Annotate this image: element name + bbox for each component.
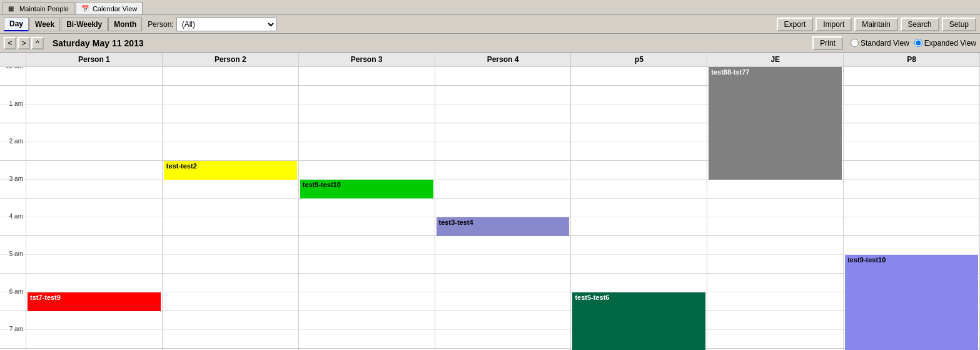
calendar-cell	[571, 217, 707, 236]
calendar-cell	[163, 142, 298, 161]
calendar-cell	[435, 161, 571, 180]
calendar-cell	[26, 217, 162, 236]
calendar-cell	[26, 142, 162, 161]
calendar-cell	[163, 67, 298, 86]
calendar-cell	[299, 255, 435, 274]
time-gutter-header	[0, 53, 26, 66]
time-slot: 3 am	[0, 180, 26, 198]
calendar-cell	[707, 236, 843, 255]
date-title: Saturday May 11 2013	[53, 38, 144, 48]
standard-view-label[interactable]: Standard View	[851, 39, 909, 48]
calendar-cell	[844, 123, 979, 142]
calendar-cell	[163, 180, 298, 198]
calendar-cell	[707, 255, 843, 274]
person-select[interactable]: (All)	[176, 18, 276, 31]
calendar-cell	[844, 180, 979, 198]
calendar-cell	[844, 86, 979, 105]
time-label: 12 am	[6, 67, 23, 69]
calendar-cell	[299, 292, 435, 311]
tab-calendar-view-label: Calendar View	[93, 5, 137, 13]
calendar-event[interactable]: test3-test4	[437, 217, 570, 236]
export-button[interactable]: Export	[777, 18, 814, 31]
calendar-event[interactable]: test88-tst77	[709, 67, 842, 180]
setup-button[interactable]: Setup	[942, 18, 976, 31]
calendar-cell	[571, 161, 707, 180]
calendar-event[interactable]: tst7-test9	[28, 292, 161, 311]
calendar-cell	[299, 311, 435, 330]
time-slot: 1 am	[0, 105, 26, 123]
day-view-button[interactable]: Day	[4, 18, 29, 31]
time-label: 6 am	[9, 288, 23, 295]
calendar-event[interactable]: test5-test6	[572, 292, 705, 350]
nav-bar: < > ^ Saturday May 11 2013 Print Standar…	[0, 34, 980, 53]
calendar-cell	[26, 105, 162, 123]
calendar-cell	[435, 67, 571, 86]
time-label: 5 am	[9, 250, 23, 257]
time-slot: 6 am	[0, 292, 26, 311]
calendar-cell	[163, 236, 298, 255]
calendar-cell	[163, 274, 298, 292]
time-gutter: 12 am1 am2 am3 am4 am5 am6 am7 am8 am9 a…	[0, 67, 26, 350]
time-slot: 7 am	[0, 330, 26, 349]
calendar-cell	[163, 292, 298, 311]
calendar-cell	[844, 142, 979, 161]
tab-calendar-view[interactable]: 📅 Calendar View	[76, 2, 143, 14]
calendar-cell	[435, 86, 571, 105]
time-label: 7 am	[9, 326, 23, 332]
calendar-cell	[571, 236, 707, 255]
calendar-cell	[707, 180, 843, 198]
tab-maintain-people[interactable]: ▦ Maintain People	[3, 2, 74, 14]
calendar-cell	[299, 161, 435, 180]
calendar-cell	[26, 274, 162, 292]
col-header-je: JE	[707, 53, 844, 66]
expanded-view-radio[interactable]	[914, 39, 922, 47]
calendar-cell	[26, 198, 162, 217]
calendar-cell	[844, 67, 979, 86]
next-button[interactable]: >	[18, 37, 30, 49]
calendar-cell	[163, 311, 298, 330]
calendar-cell	[163, 198, 298, 217]
col-header-p5: p5	[571, 53, 707, 66]
maintain-button[interactable]: Maintain	[854, 18, 897, 31]
calendar-cell	[435, 198, 571, 217]
person-col-2: test-test2	[163, 67, 299, 350]
calendar-cell	[26, 330, 162, 349]
month-view-button[interactable]: Month	[108, 18, 142, 31]
time-label: 4 am	[9, 213, 23, 220]
calendar-event[interactable]: test9-test10	[300, 180, 433, 198]
calendar-cell	[26, 67, 162, 86]
col-header-person4: Person 4	[435, 53, 572, 66]
tab-bar: ▦ Maintain People 📅 Calendar View	[0, 0, 980, 15]
print-button[interactable]: Print	[812, 36, 843, 50]
calendar-cell	[26, 236, 162, 255]
col-header-person3: Person 3	[299, 53, 435, 66]
prev-button[interactable]: <	[4, 37, 16, 49]
calendar-event[interactable]: test-test2	[164, 161, 297, 180]
calendar-body: 12 am1 am2 am3 am4 am5 am6 am7 am8 am9 a…	[0, 67, 980, 350]
calendar-cell	[844, 236, 979, 255]
toolbar: Day Week Bi-Weekly Month Person: (All) E…	[0, 15, 980, 34]
expanded-view-label[interactable]: Expanded View	[914, 39, 976, 48]
import-button[interactable]: Import	[816, 18, 852, 31]
calendar-cell	[26, 180, 162, 198]
person-col-5: test5-test6	[571, 67, 707, 350]
search-button[interactable]: Search	[901, 18, 939, 31]
col-header-person1: Person 1	[26, 53, 163, 66]
calendar-cell	[163, 105, 298, 123]
time-label: 2 am	[9, 138, 23, 145]
biweekly-view-button[interactable]: Bi-Weekly	[61, 18, 108, 31]
person-label: Person:	[148, 20, 173, 29]
calendar-cell	[299, 198, 435, 217]
time-slot: 12 am	[0, 67, 26, 86]
calendar-event[interactable]: test9-test10	[845, 255, 978, 350]
calendar-cell	[844, 105, 979, 123]
week-view-button[interactable]: Week	[29, 18, 60, 31]
up-button[interactable]: ^	[31, 37, 44, 49]
calendar-cell	[571, 105, 707, 123]
calendar-cell	[435, 105, 571, 123]
calendar-cell	[571, 142, 707, 161]
person-col-7: test9-test10	[844, 67, 980, 350]
calendar-cell	[707, 311, 843, 330]
standard-view-radio[interactable]	[851, 39, 859, 47]
calendar-cell	[707, 217, 843, 236]
